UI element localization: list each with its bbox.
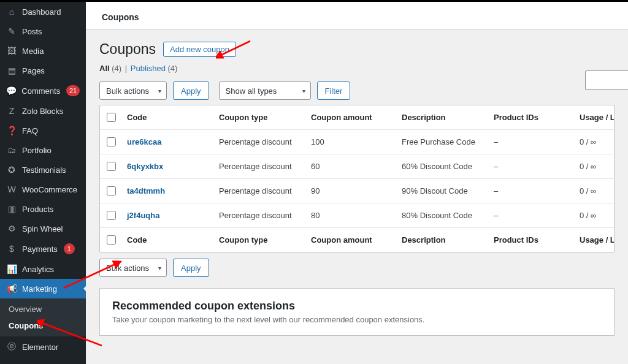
coupon-code-link[interactable]: ta4dtmmh — [127, 186, 165, 195]
bulk-actions-select[interactable]: Bulk actions ▾ — [99, 82, 167, 100]
bottom-toolbar: Bulk actions ▾ Apply — [99, 259, 615, 277]
chevron-down-icon: ▾ — [158, 88, 161, 94]
menu-icon: ❓ — [6, 126, 17, 135]
table-cell: Product IDs — [489, 105, 575, 129]
apply-bulk-button[interactable]: Apply — [173, 82, 209, 100]
menu-icon: ⌂ — [6, 7, 17, 17]
table-cell: Description — [397, 228, 489, 252]
sidebar-item-posts[interactable]: ✎Posts — [0, 21, 86, 41]
filter-published-link[interactable]: Published — [131, 64, 166, 73]
sidebar-item-elementor[interactable]: ⓔElementor — [0, 336, 86, 357]
submenu-item-overview[interactable]: Overview — [0, 301, 86, 317]
table-cell: 6qkyxkbx — [122, 154, 214, 178]
recommended-title: Recommended coupon extensions — [112, 300, 602, 313]
menu-label: Pages — [22, 66, 45, 75]
row-checkbox[interactable] — [107, 137, 116, 146]
table-row: ure6kcaaPercentage discount100Free Purch… — [100, 129, 614, 154]
sidebar-item-pages[interactable]: ▤Pages — [0, 61, 86, 80]
filter-button[interactable]: Filter — [317, 82, 351, 100]
table-cell: 90 — [306, 179, 397, 203]
table-cell: ure6kcaa — [122, 130, 214, 154]
apply-bulk-button-bottom[interactable]: Apply — [173, 259, 209, 277]
row-checkbox[interactable] — [107, 211, 116, 220]
table-cell: Percentage discount — [214, 203, 306, 227]
table-cell: Free Purchase Code — [397, 130, 489, 154]
select-all-checkbox[interactable] — [107, 235, 116, 245]
table-row: j2f4uqhaPercentage discount8080% Discoun… — [100, 203, 614, 227]
table-cell: 80 — [306, 203, 397, 227]
sidebar-item-comments[interactable]: 💬Comments21 — [0, 80, 86, 101]
table-row: 6qkyxkbxPercentage discount6060% Discoun… — [100, 154, 614, 178]
checkbox-cell — [100, 179, 122, 203]
menu-label: FAQ — [22, 126, 38, 135]
menu-label: Payments — [22, 245, 58, 254]
page-title-row: Coupons Add new coupon — [99, 41, 615, 58]
table-cell: Usage / Limit — [575, 105, 615, 129]
sidebar-item-testimonials[interactable]: ✪Testimonials — [0, 160, 86, 180]
admin-sidebar: ⌂Dashboard✎Posts🖾Media▤Pages💬Comments21Z… — [0, 2, 86, 364]
table-cell: 80% Discount Code — [397, 203, 489, 227]
menu-label: Spin Wheel — [22, 224, 63, 233]
tab-coupons[interactable]: Coupons — [102, 5, 139, 29]
row-checkbox[interactable] — [107, 162, 116, 171]
menu-icon: ✪ — [6, 165, 17, 175]
table-cell: Coupon amount — [306, 228, 397, 252]
sidebar-item-dashboard[interactable]: ⌂Dashboard — [0, 2, 86, 21]
sidebar-item-analytics[interactable]: 📊Analytics — [0, 259, 86, 279]
table-cell: j2f4uqha — [122, 203, 214, 227]
menu-label: Marketing — [22, 284, 57, 294]
coupon-code-link[interactable]: j2f4uqha — [127, 211, 159, 220]
table-cell: Code — [122, 105, 214, 129]
menu-icon: ▥ — [6, 204, 17, 214]
menu-badge: 1 — [64, 243, 75, 254]
checkbox-cell — [100, 105, 122, 129]
submenu-item-coupons[interactable]: Coupons — [0, 317, 86, 334]
table-cell: 0 / ∞ — [575, 154, 615, 178]
menu-label: Testimonials — [22, 165, 66, 175]
add-new-coupon-button[interactable]: Add new coupon — [163, 42, 236, 57]
checkbox-cell — [100, 130, 122, 154]
sidebar-item-media[interactable]: 🖾Media — [0, 41, 86, 61]
table-cell: 100 — [306, 130, 397, 154]
table-cell: 90% Discout Code — [397, 179, 489, 203]
coupon-type-label: Show all types — [226, 86, 277, 96]
table-cell: Usage / Limit — [575, 228, 615, 252]
filter-published-count: (4) — [168, 64, 178, 73]
table-header-row: CodeCoupon typeCoupon amountDescriptionP… — [100, 227, 614, 252]
sidebar-item-payments[interactable]: $Payments1 — [0, 238, 86, 259]
sidebar-item-woocommerce[interactable]: WWooCommerce — [0, 180, 86, 199]
recommended-text: Take your coupon marketing to the next l… — [112, 315, 602, 324]
page-body: Coupons Add new coupon All (4) | Publish… — [86, 30, 628, 347]
bulk-actions-select-bottom[interactable]: Bulk actions ▾ — [99, 259, 167, 277]
table-cell: 0 / ∞ — [575, 203, 615, 227]
sidebar-item-marketing[interactable]: 📢Marketing — [0, 279, 86, 298]
menu-icon: ⚙ — [6, 224, 17, 233]
coupon-code-link[interactable]: 6qkyxkbx — [127, 162, 163, 171]
menu-icon: 🖾 — [6, 46, 17, 56]
admin-top-bar — [0, 0, 628, 2]
sidebar-item-zolo-blocks[interactable]: ZZolo Blocks — [0, 101, 86, 121]
filter-all-label[interactable]: All — [99, 64, 110, 73]
table-cell: – — [489, 179, 575, 203]
coupon-type-select[interactable]: Show all types ▾ — [219, 82, 311, 100]
checkbox-cell — [100, 203, 122, 227]
select-all-checkbox[interactable] — [107, 113, 116, 122]
menu-label: Comments — [21, 86, 60, 96]
table-cell: Percentage discount — [214, 154, 306, 178]
table-cell: ta4dtmmh — [122, 179, 214, 203]
coupon-code-link[interactable]: ure6kcaa — [127, 137, 161, 146]
menu-icon: 💬 — [6, 86, 17, 96]
row-checkbox[interactable] — [107, 186, 116, 195]
sidebar-item-portfolio[interactable]: 🗂Portfolio — [0, 140, 86, 160]
top-toolbar: Bulk actions ▾ Apply Show all types ▾ Fi… — [99, 82, 615, 100]
sidebar-item-faq[interactable]: ❓FAQ — [0, 121, 86, 140]
table-cell: 60 — [306, 154, 397, 178]
table-cell: Coupon type — [214, 228, 306, 252]
sidebar-item-spin-wheel[interactable]: ⚙Spin Wheel — [0, 219, 86, 238]
table-cell: – — [489, 203, 575, 227]
menu-icon: W — [6, 184, 17, 194]
menu-icon: 🗂 — [6, 145, 17, 155]
search-coupons-input[interactable] — [585, 70, 628, 90]
chevron-down-icon: ▾ — [158, 265, 161, 271]
sidebar-item-products[interactable]: ▥Products — [0, 199, 86, 219]
